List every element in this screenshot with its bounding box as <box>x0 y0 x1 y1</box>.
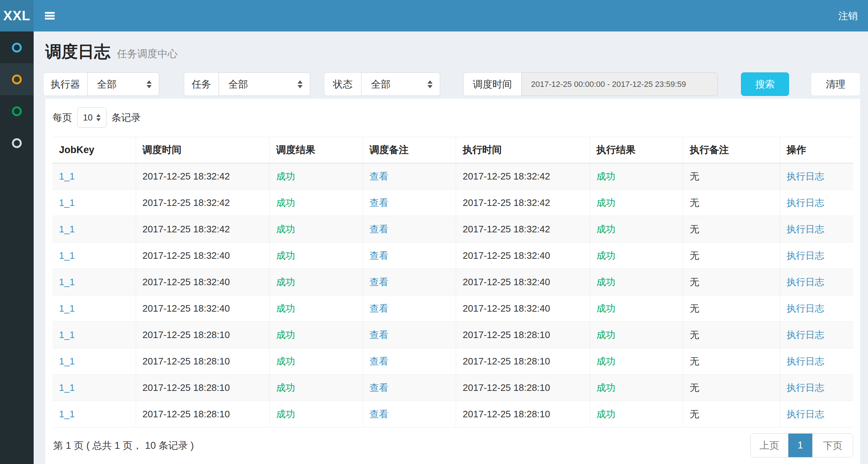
exec-log-link[interactable]: 执行日志 <box>787 356 824 367</box>
exec-log-link[interactable]: 执行日志 <box>787 382 824 393</box>
prev-page-button[interactable]: 上页 <box>751 434 788 457</box>
table-cell: 查看 <box>363 295 456 322</box>
table-cell: 2017-12-25 18:32:40 <box>136 269 269 295</box>
handle-msg: 无 <box>690 409 699 419</box>
table-cell: 查看 <box>363 375 456 401</box>
jobkey-link[interactable]: 1_1 <box>59 409 75 419</box>
trigger-time: 2017-12-25 18:28:10 <box>143 329 230 340</box>
exec-log-link[interactable]: 执行日志 <box>787 303 824 314</box>
table-cell: 成功 <box>590 190 683 216</box>
table-cell: 2017-12-25 18:28:10 <box>136 401 269 427</box>
pagination: 上页 1 下页 <box>750 433 853 457</box>
trigger-result: 成功 <box>276 277 295 287</box>
handle-msg: 无 <box>690 250 699 261</box>
jobkey-link[interactable]: 1_1 <box>59 329 75 340</box>
trigger-msg-link[interactable]: 查看 <box>370 409 388 419</box>
table-row: 1_12017-12-25 18:32:42成功查看2017-12-25 18:… <box>52 216 853 242</box>
trigger-msg-link[interactable]: 查看 <box>370 329 388 340</box>
table-cell: 无 <box>683 348 780 375</box>
app-logo[interactable]: XXL <box>0 0 34 31</box>
jobkey-link[interactable]: 1_1 <box>59 250 75 261</box>
clear-button[interactable]: 清理 <box>811 72 860 96</box>
table-cell: 查看 <box>363 348 456 375</box>
sidebar-item-0[interactable] <box>0 31 34 63</box>
jobkey-link[interactable]: 1_1 <box>59 224 75 235</box>
exec-log-link[interactable]: 执行日志 <box>787 329 824 340</box>
status-filter-label: 状态 <box>324 72 361 96</box>
handle-msg: 无 <box>690 171 699 182</box>
jobkey-link[interactable]: 1_1 <box>59 356 75 367</box>
table-row: 1_12017-12-25 18:28:10成功查看2017-12-25 18:… <box>52 348 853 375</box>
table-cell: 1_1 <box>52 348 136 375</box>
exec-log-link[interactable]: 执行日志 <box>787 277 824 287</box>
table-cell: 查看 <box>363 401 456 427</box>
exec-log-link[interactable]: 执行日志 <box>787 409 824 419</box>
handle-result: 成功 <box>597 329 615 340</box>
trigger-msg-link[interactable]: 查看 <box>370 197 388 208</box>
current-page-button[interactable]: 1 <box>788 434 812 457</box>
jobkey-link[interactable]: 1_1 <box>59 303 75 314</box>
table-cell: 2017-12-25 18:32:40 <box>136 295 269 322</box>
next-page-button[interactable]: 下页 <box>812 434 853 457</box>
table-cell: 2017-12-25 18:32:42 <box>456 216 590 242</box>
table-cell: 无 <box>683 322 780 348</box>
jobkey-link[interactable]: 1_1 <box>59 277 75 287</box>
exec-log-link[interactable]: 执行日志 <box>787 250 824 261</box>
table-cell: 执行日志 <box>780 322 853 348</box>
column-header: 执行时间 <box>456 137 590 163</box>
table-cell: 成功 <box>590 216 683 242</box>
table-cell: 2017-12-25 18:28:10 <box>456 375 590 401</box>
trigger-msg-link[interactable]: 查看 <box>370 277 388 287</box>
trigger-msg-link[interactable]: 查看 <box>370 171 388 182</box>
sidebar-item-1[interactable] <box>0 63 34 95</box>
table-cell: 执行日志 <box>780 269 853 295</box>
logout-button[interactable]: 注销 <box>838 9 858 22</box>
table-cell: 成功 <box>269 163 363 190</box>
table-cell: 无 <box>683 375 780 401</box>
sidebar-item-2[interactable] <box>0 95 34 127</box>
exec-log-link[interactable]: 执行日志 <box>787 197 824 208</box>
table-cell: 成功 <box>590 401 683 427</box>
table-cell: 2017-12-25 18:32:40 <box>456 269 590 295</box>
trigger-msg-link[interactable]: 查看 <box>370 250 388 261</box>
executor-select[interactable]: 全部 <box>87 72 159 96</box>
trigger-result: 成功 <box>276 356 295 367</box>
handle-time: 2017-12-25 18:28:10 <box>463 382 550 393</box>
jobkey-link[interactable]: 1_1 <box>59 197 75 208</box>
trigger-msg-link[interactable]: 查看 <box>370 382 388 393</box>
page-size-select[interactable]: 10 <box>77 107 106 128</box>
job-select[interactable]: 全部 <box>219 72 310 96</box>
log-table: JobKey调度时间调度结果调度备注执行时间执行结果执行备注操作 1_12017… <box>52 137 853 427</box>
sidebar-toggle-button[interactable] <box>34 0 66 31</box>
handle-time: 2017-12-25 18:32:40 <box>463 250 550 261</box>
trigger-result: 成功 <box>276 224 295 235</box>
table-cell: 2017-12-25 18:28:10 <box>456 401 590 427</box>
time-range-input[interactable]: 2017-12-25 00:00:00 - 2017-12-25 23:59:5… <box>521 72 718 96</box>
sidebar-item-3[interactable] <box>0 127 34 159</box>
column-header: 调度结果 <box>269 137 363 163</box>
exec-log-link[interactable]: 执行日志 <box>787 171 824 182</box>
handle-time: 2017-12-25 18:32:42 <box>463 197 550 208</box>
table-cell: 1_1 <box>52 216 136 242</box>
trigger-msg-link[interactable]: 查看 <box>370 356 388 367</box>
table-cell: 2017-12-25 18:28:10 <box>136 348 269 375</box>
search-button[interactable]: 搜索 <box>741 72 789 96</box>
table-cell: 成功 <box>269 322 363 348</box>
table-cell: 无 <box>683 295 780 322</box>
jobkey-link[interactable]: 1_1 <box>59 382 75 393</box>
table-cell: 成功 <box>269 190 363 216</box>
exec-log-link[interactable]: 执行日志 <box>787 224 824 235</box>
navbar-right: 注销 <box>838 0 868 31</box>
trigger-time: 2017-12-25 18:32:42 <box>143 171 230 182</box>
trigger-msg-link[interactable]: 查看 <box>370 224 388 235</box>
trigger-result: 成功 <box>276 329 295 340</box>
table-cell: 成功 <box>590 322 683 348</box>
filter-toolbar: 执行器 全部 任务 全部 状态 全部 调度时间 2017-12-25 00:00… <box>34 72 868 96</box>
status-select[interactable]: 全部 <box>361 72 440 96</box>
trigger-time: 2017-12-25 18:28:10 <box>143 409 230 419</box>
table-cell: 执行日志 <box>780 242 853 269</box>
table-cell: 成功 <box>269 269 363 295</box>
handle-msg: 无 <box>690 197 699 208</box>
jobkey-link[interactable]: 1_1 <box>59 171 75 182</box>
trigger-msg-link[interactable]: 查看 <box>370 303 388 314</box>
